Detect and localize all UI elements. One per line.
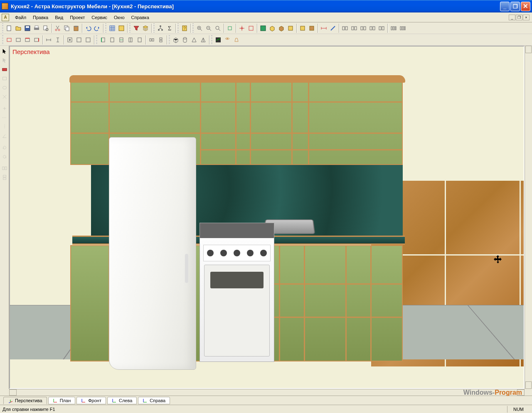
grid-icon[interactable] xyxy=(108,24,117,33)
tab-left[interactable]: Слева xyxy=(107,397,137,404)
new-file-icon[interactable] xyxy=(5,24,14,33)
tab-right[interactable]: Справа xyxy=(138,397,170,404)
align-4-icon[interactable] xyxy=(368,24,377,33)
panel-icon[interactable] xyxy=(5,35,14,44)
print-icon[interactable] xyxy=(32,24,41,33)
filter-icon[interactable] xyxy=(132,24,141,33)
align-1-icon[interactable] xyxy=(340,24,350,33)
cone-icon[interactable] xyxy=(190,35,199,44)
box-icon[interactable] xyxy=(171,35,180,44)
align-3-icon[interactable] xyxy=(359,24,368,33)
save-icon[interactable] xyxy=(23,24,32,33)
copy-icon[interactable] xyxy=(62,24,71,33)
svg-rect-29 xyxy=(300,26,305,30)
rotate-cw-icon[interactable] xyxy=(0,143,9,152)
cab-2-icon[interactable] xyxy=(108,35,117,44)
zoom-fit-icon[interactable] xyxy=(213,24,222,33)
maximize-button[interactable]: ❐ xyxy=(510,2,520,11)
angle-tool-icon[interactable] xyxy=(0,132,9,140)
menu-help[interactable]: Справка xyxy=(128,14,153,21)
cut-icon[interactable] xyxy=(53,24,62,33)
print-preview-icon[interactable] xyxy=(41,24,50,33)
svg-point-7 xyxy=(55,29,57,31)
redo-icon[interactable] xyxy=(93,24,102,33)
texture-icon[interactable] xyxy=(307,24,316,33)
mirror-v-icon[interactable] xyxy=(0,173,9,182)
array-h-icon[interactable] xyxy=(147,35,156,44)
distr-2-icon[interactable] xyxy=(398,24,407,33)
view-wire-icon[interactable] xyxy=(286,24,295,33)
mirror-h-icon[interactable] xyxy=(0,164,9,172)
ruler-v-icon[interactable] xyxy=(0,123,9,131)
pan-icon[interactable] xyxy=(225,24,234,33)
mdi-minimize-button[interactable]: _ xyxy=(509,15,515,20)
measure-icon[interactable] xyxy=(328,24,337,33)
zoom-in-icon[interactable] xyxy=(195,24,204,33)
board-icon[interactable] xyxy=(14,35,23,44)
dim-b-icon[interactable] xyxy=(53,35,62,44)
align-2-icon[interactable] xyxy=(350,24,359,33)
mdi-close-button[interactable]: × xyxy=(523,15,530,20)
svg-rect-49 xyxy=(25,38,30,42)
cylinder-icon[interactable] xyxy=(180,35,190,44)
undo-icon[interactable] xyxy=(84,24,93,33)
view-persp-icon[interactable] xyxy=(259,24,268,33)
edge-icon[interactable] xyxy=(23,35,32,44)
svg-rect-53 xyxy=(77,38,81,42)
render-icon[interactable] xyxy=(214,35,223,44)
material-icon[interactable] xyxy=(298,24,307,33)
hole-icon[interactable] xyxy=(65,35,74,44)
cab-1-icon[interactable] xyxy=(99,35,108,44)
sum-icon[interactable]: Σ xyxy=(165,24,174,33)
rotate-ccw-icon[interactable] xyxy=(0,152,9,161)
move-tool-icon[interactable] xyxy=(0,104,9,113)
help-icon[interactable]: ? xyxy=(180,24,189,33)
light-icon[interactable] xyxy=(232,35,241,44)
array-v-icon[interactable] xyxy=(156,35,165,44)
menu-edit[interactable]: Правка xyxy=(30,14,52,21)
cut-tool-icon[interactable] xyxy=(0,93,9,101)
tab-perspective[interactable]: Перспектива xyxy=(3,397,47,404)
ellipse-tool-icon[interactable] xyxy=(0,84,9,92)
fitting2-icon[interactable] xyxy=(84,35,93,44)
dimension-icon[interactable] xyxy=(319,24,328,33)
menu-project[interactable]: Проект xyxy=(66,14,88,21)
view-shade-icon[interactable] xyxy=(277,24,286,33)
bounds-icon[interactable] xyxy=(246,24,256,33)
part-tool-icon[interactable] xyxy=(0,65,9,74)
select-tool-icon[interactable] xyxy=(0,47,9,55)
tree-icon[interactable] xyxy=(156,24,165,33)
center-icon[interactable] xyxy=(237,24,246,33)
align-5-icon[interactable] xyxy=(377,24,386,33)
mdi-restore-button[interactable]: ❐ xyxy=(516,15,522,20)
vertical-scrollbar[interactable] xyxy=(525,46,532,389)
menu-window[interactable]: Окно xyxy=(111,14,128,21)
camera-icon[interactable] xyxy=(223,35,232,44)
tab-front[interactable]: Фронт xyxy=(76,397,106,404)
zoom-out-icon[interactable] xyxy=(204,24,213,33)
menu-service[interactable]: Сервис xyxy=(88,14,111,21)
edge2-icon[interactable] xyxy=(32,35,41,44)
menu-view[interactable]: Вид xyxy=(52,14,66,21)
open-file-icon[interactable] xyxy=(14,24,23,33)
snap-icon[interactable] xyxy=(117,24,126,33)
rect-tool-icon[interactable] xyxy=(0,74,9,83)
view-3d-icon[interactable] xyxy=(268,24,277,33)
lasso-tool-icon[interactable] xyxy=(0,56,9,64)
cab-5-icon[interactable] xyxy=(135,35,144,44)
viewport[interactable]: Перспектива xyxy=(9,46,525,389)
paste-icon[interactable] xyxy=(71,24,81,33)
cab-3-icon[interactable] xyxy=(117,35,126,44)
ruler-h-icon[interactable] xyxy=(0,113,9,122)
close-button[interactable]: ✕ xyxy=(521,2,530,11)
fitting-icon[interactable] xyxy=(74,35,84,44)
dim-a-icon[interactable] xyxy=(44,35,53,44)
distr-1-icon[interactable] xyxy=(389,24,398,33)
menu-file[interactable]: Файл xyxy=(12,14,30,21)
horizontal-scrollbar[interactable] xyxy=(9,389,525,396)
pyramid-icon[interactable] xyxy=(199,35,208,44)
tab-plan[interactable]: План xyxy=(48,397,76,404)
cab-4-icon[interactable] xyxy=(126,35,135,44)
minimize-button[interactable]: _ xyxy=(500,2,510,11)
layers-icon[interactable] xyxy=(141,24,150,33)
